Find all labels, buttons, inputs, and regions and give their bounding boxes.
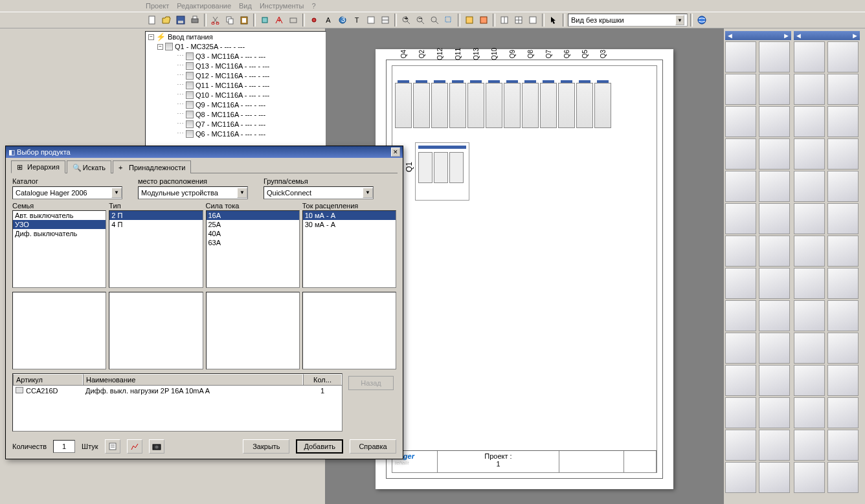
paste-icon[interactable] xyxy=(238,14,251,27)
circuit-device[interactable] xyxy=(504,83,521,128)
list-item[interactable]: 63A xyxy=(207,238,299,247)
palette-item[interactable] xyxy=(827,430,859,461)
chevron-down-icon[interactable]: ▼ xyxy=(237,188,247,198)
list-icon[interactable] xyxy=(105,439,120,454)
tree-item[interactable]: ⋯Q8 - MC116A - --- - --- xyxy=(146,109,326,119)
empty-listbox[interactable] xyxy=(12,292,106,369)
list-item[interactable]: Авт. выключатель xyxy=(13,211,106,220)
palette-item[interactable] xyxy=(827,365,859,396)
palette-item[interactable] xyxy=(725,171,756,202)
palette-item[interactable] xyxy=(794,397,825,428)
col-article[interactable]: Артикул xyxy=(13,374,83,385)
dialog-titlebar[interactable]: ◧ Выбор продукта ✕ xyxy=(6,146,403,158)
tree-item[interactable]: ⋯Q12 - MC116A - --- - --- xyxy=(146,71,326,80)
grid3-icon[interactable] xyxy=(526,14,539,27)
palette-item[interactable] xyxy=(827,41,859,72)
palette-item[interactable] xyxy=(725,300,756,331)
palette-item[interactable] xyxy=(759,397,790,428)
palette-item[interactable] xyxy=(725,333,756,364)
tree-item[interactable]: ⋯Q3 - MC116A - --- - --- xyxy=(146,51,326,61)
tree-item[interactable]: ⋯Q6 - MC116A - --- - --- xyxy=(146,129,326,138)
tree-panel[interactable]: −⚡Ввод питания −Q1 - MC325A - --- - --- … xyxy=(145,31,326,148)
zoom-out-icon[interactable]: − xyxy=(414,14,427,27)
palette-item[interactable] xyxy=(725,236,756,267)
list-item[interactable]: Диф. выключатель xyxy=(13,229,106,238)
palette-item[interactable] xyxy=(827,236,859,267)
empty-listbox[interactable] xyxy=(302,292,396,369)
cursor-icon[interactable] xyxy=(547,14,560,27)
list-item[interactable]: 30 мА - A xyxy=(303,220,396,229)
palette-item[interactable] xyxy=(794,138,825,170)
print-icon[interactable] xyxy=(188,14,201,27)
circuit-device[interactable] xyxy=(431,83,448,128)
open-icon[interactable] xyxy=(160,14,173,27)
table-row[interactable]: CCA216D Дифф. выкл. нагрузки 2P 16A 10mA… xyxy=(13,386,342,396)
palette-item[interactable] xyxy=(759,171,790,202)
menu-tools[interactable]: Инструменты xyxy=(260,2,304,10)
tool3-icon[interactable] xyxy=(287,14,300,27)
grid2-icon[interactable] xyxy=(512,14,525,27)
palette-item[interactable] xyxy=(794,74,825,105)
palette-item[interactable] xyxy=(725,41,756,72)
family-listbox[interactable]: Авт. выключательУЗОДиф. выключатель xyxy=(12,210,106,288)
new-icon[interactable] xyxy=(146,14,159,27)
palette-item[interactable] xyxy=(759,74,790,105)
palette-item[interactable] xyxy=(759,430,790,461)
palette-item[interactable] xyxy=(725,462,756,493)
circuit-device[interactable] xyxy=(594,83,611,128)
circuit-device[interactable] xyxy=(395,83,412,128)
menu-edit[interactable]: Редактирование xyxy=(177,2,231,10)
expander-icon[interactable]: − xyxy=(148,34,154,40)
tree-item[interactable]: ⋯Q7 - MC116A - --- - --- xyxy=(146,119,326,129)
col-qty[interactable]: Кол... xyxy=(303,374,342,385)
tab-search[interactable]: 🔍Искать xyxy=(67,160,111,173)
list-item[interactable]: 16A xyxy=(207,211,299,220)
palette-item[interactable] xyxy=(794,462,825,493)
empty-listbox[interactable] xyxy=(206,292,300,369)
quantity-input[interactable] xyxy=(53,440,75,453)
palette-item[interactable] xyxy=(794,300,825,331)
tab-hierarchy[interactable]: ⊞Иерархия xyxy=(11,160,65,173)
circuit-device[interactable] xyxy=(467,83,484,128)
palette-item[interactable] xyxy=(827,74,859,105)
palette-item[interactable] xyxy=(725,138,756,170)
trip-listbox[interactable]: 10 мА - A30 мА - A xyxy=(302,210,396,288)
chevron-down-icon[interactable]: ▼ xyxy=(363,188,373,198)
palette-item[interactable] xyxy=(725,106,756,137)
circuit-device[interactable] xyxy=(449,83,466,128)
tab-accessories[interactable]: +Принадлежности xyxy=(113,160,191,173)
palette-item[interactable] xyxy=(794,203,825,234)
tree-root[interactable]: Ввод питания xyxy=(168,33,213,41)
save-icon[interactable] xyxy=(174,14,187,27)
tool1-icon[interactable] xyxy=(258,14,271,27)
tool6-icon[interactable]: T xyxy=(350,14,363,27)
palette-item[interactable] xyxy=(794,171,825,202)
tool2-icon[interactable]: + xyxy=(273,14,286,27)
circuit-device[interactable] xyxy=(522,83,539,128)
view-mode-combo[interactable]: Вид без крышки ▼ xyxy=(568,14,688,27)
palette-item[interactable] xyxy=(725,268,756,299)
list-item[interactable]: 2 П xyxy=(109,211,202,220)
help-button[interactable]: Справка xyxy=(350,439,396,454)
tool4-icon[interactable] xyxy=(308,14,320,27)
circuit-device[interactable] xyxy=(486,83,502,128)
palette-item[interactable] xyxy=(794,430,825,461)
cut-icon[interactable] xyxy=(209,14,222,27)
palette-item[interactable] xyxy=(759,138,790,170)
tool5-icon[interactable]: 3 xyxy=(336,14,349,27)
chevron-down-icon[interactable]: ▼ xyxy=(111,188,122,198)
palette-item[interactable] xyxy=(759,41,790,72)
palette-item[interactable] xyxy=(725,74,756,105)
catalog-combo[interactable]: Catalogue Hager 2006▼ xyxy=(12,186,122,199)
type-listbox[interactable]: 2 П4 П xyxy=(109,210,203,288)
palette-item[interactable] xyxy=(827,300,859,331)
palette-item[interactable] xyxy=(827,171,859,202)
palette-item[interactable] xyxy=(794,106,825,137)
empty-listbox[interactable] xyxy=(109,292,203,369)
palette-item[interactable] xyxy=(725,203,756,234)
close-icon[interactable]: ✕ xyxy=(391,148,400,157)
list-item[interactable]: УЗО xyxy=(13,220,106,229)
tree-item[interactable]: ⋯Q10 - MC116A - --- - --- xyxy=(146,90,326,100)
palette-item[interactable] xyxy=(827,397,859,428)
menu-help[interactable]: ? xyxy=(312,2,316,10)
